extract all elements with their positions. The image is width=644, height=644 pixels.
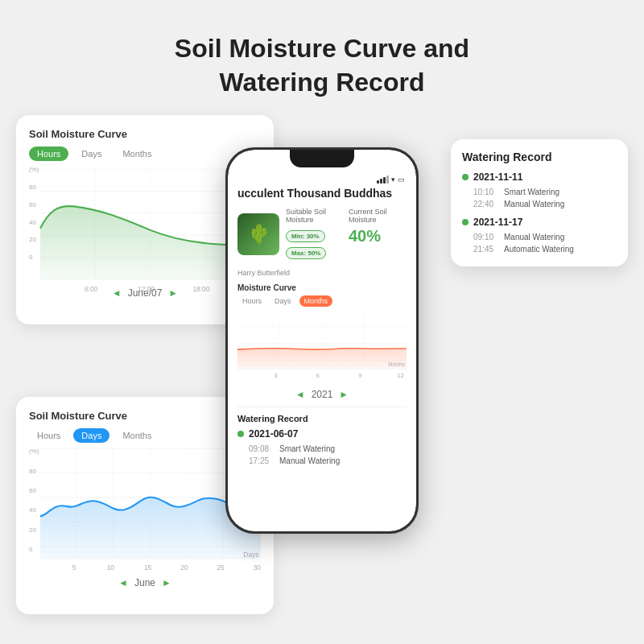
svg-text:6:00: 6:00 <box>85 285 98 293</box>
chart-hours-tabs: Hours Days Months <box>29 147 261 161</box>
suitable-moisture: Suitable Soil Moisture Min: 30% Max: 50% <box>286 208 344 261</box>
phone-tab-months[interactable]: Months <box>299 295 333 307</box>
wr-entry-2-1: 21:45 Automatic Watering <box>462 243 617 255</box>
phone-wr-date: 2021-06-07 <box>237 428 407 440</box>
days-nav: ◄ June ► <box>29 577 261 588</box>
wr-dot-date1 <box>462 174 469 180</box>
watering-record-card: Watering Record 2021-11-11 10:10 Smart W… <box>451 139 628 266</box>
min-badge: Min: 30% <box>286 230 325 242</box>
wr-date-row-1: 2021-11-11 <box>462 171 617 183</box>
tab-hours-days[interactable]: Days <box>73 147 109 161</box>
signal-bars <box>377 175 389 184</box>
svg-text:10: 10 <box>107 564 115 572</box>
phone-content: ucculent Thousand Buddhas 🌵 Suitable Soi… <box>228 187 416 467</box>
phone-mockup: ▾ ▭ ucculent Thousand Buddhas 🌵 Suitable… <box>225 147 419 534</box>
page-title: Soil Moisture Curve and Watering Record <box>175 32 469 99</box>
card-hours-title: Soil Moisture Curve <box>29 128 261 140</box>
svg-text:3: 3 <box>274 372 277 379</box>
svg-text:Days: Days <box>244 551 259 559</box>
max-badge: Max: 50% <box>286 247 326 259</box>
plant-name: ucculent Thousand Buddhas <box>237 187 407 200</box>
status-bar: ▾ ▭ <box>228 172 416 187</box>
plant-info-row: 🌵 Suitable Soil Moisture Min: 30% Max: 5… <box>237 208 407 261</box>
tab-hours-hours[interactable]: Hours <box>29 147 68 161</box>
current-moisture-value: 40% <box>349 227 407 246</box>
phone-chart-svg: 3 6 9 12 Months <box>237 312 407 384</box>
tab-days-hours[interactable]: Hours <box>29 428 68 443</box>
current-moisture: Current Soil Moisture 40% <box>349 208 407 261</box>
tab-hours-months[interactable]: Months <box>114 147 159 161</box>
wr-date-row-2: 2021-11-17 <box>462 217 617 228</box>
wr-dot-1 <box>237 431 244 437</box>
wr-entry-2-0: 09:10 Manual Watering <box>462 231 617 243</box>
owner-name: Harry Butterfield <box>237 269 407 277</box>
wr-card-title: Watering Record <box>462 151 617 163</box>
phone-nav: ◄ 2021 ► <box>237 389 407 400</box>
phone-tab-hours[interactable]: Hours <box>237 295 266 307</box>
phone-watering-section: Watering Record 2021-06-07 09:08 Smart W… <box>237 407 407 467</box>
phone-wr-entry-1: 09:08 Smart Watering <box>237 443 407 455</box>
y-label-pct: (%) <box>29 166 39 173</box>
phone-chart-tabs: Hours Days Months <box>237 295 407 307</box>
cards-area: Soil Moisture Curve Hours Days Months (%… <box>16 115 628 614</box>
phone-chart-title: Moisture Curve <box>237 283 407 292</box>
svg-text:15: 15 <box>144 564 152 572</box>
phone-screen: ▾ ▭ ucculent Thousand Buddhas 🌵 Suitable… <box>228 150 416 531</box>
svg-text:12: 12 <box>398 372 404 379</box>
svg-text:30: 30 <box>254 564 262 572</box>
tab-days-days[interactable]: Days <box>73 428 109 443</box>
wr-entry-1-0: 10:10 Smart Watering <box>462 186 617 198</box>
tab-days-months[interactable]: Months <box>114 428 159 443</box>
battery-icon: ▭ <box>398 175 405 184</box>
svg-text:Months: Months <box>388 361 405 367</box>
wifi-icon: ▾ <box>391 175 395 184</box>
wr-date-2: 2021-11-17 <box>473 217 522 228</box>
wr-date-1: 2021-11-11 <box>473 171 522 183</box>
wr-dot-date2 <box>462 219 469 225</box>
svg-text:6: 6 <box>316 372 320 379</box>
plant-image: 🌵 <box>237 213 279 255</box>
phone-wr-entry-2: 17:25 Manual Watering <box>237 455 407 467</box>
phone-tab-days[interactable]: Days <box>270 295 296 307</box>
phone-notch <box>290 150 354 167</box>
svg-text:5: 5 <box>72 564 76 572</box>
moisture-info: Suitable Soil Moisture Min: 30% Max: 50%… <box>286 208 407 261</box>
svg-text:25: 25 <box>217 564 225 572</box>
wr-entry-1-1: 22:40 Manual Watering <box>462 198 617 210</box>
svg-text:20: 20 <box>181 564 189 572</box>
svg-text:12:00: 12:00 <box>138 285 155 293</box>
svg-text:9: 9 <box>358 372 361 379</box>
svg-text:18:00: 18:00 <box>193 285 210 293</box>
phone-wr-title: Watering Record <box>237 414 407 423</box>
